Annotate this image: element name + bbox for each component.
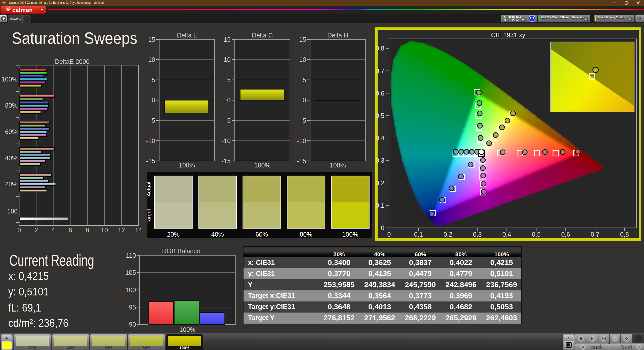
svg-text:10: 10 (224, 56, 231, 63)
svg-text:0,5: 0,5 (532, 231, 541, 238)
svg-text:90: 90 (129, 321, 136, 328)
svg-text:100%: 100% (2, 76, 18, 83)
svg-text:-10: -10 (222, 137, 231, 144)
svg-text:0,7: 0,7 (591, 231, 599, 238)
svg-text:Delta C: Delta C (252, 32, 273, 39)
svg-text:0,3: 0,3 (473, 231, 482, 238)
svg-text:95: 95 (129, 304, 136, 311)
svg-text:60%: 60% (256, 231, 268, 238)
svg-text:0,1: 0,1 (414, 231, 423, 238)
svg-text:-15: -15 (146, 157, 155, 164)
svg-text:14: 14 (135, 227, 142, 234)
svg-text:0: 0 (303, 97, 306, 104)
svg-text:0,2: 0,2 (444, 231, 452, 238)
svg-text:-15: -15 (297, 157, 306, 164)
svg-text:80%: 80% (5, 102, 18, 109)
svg-text:40%: 40% (5, 154, 18, 161)
svg-text:0,6: 0,6 (376, 90, 384, 97)
svg-text:60%: 60% (5, 128, 18, 135)
svg-text:110: 110 (126, 252, 136, 259)
svg-text:0: 0 (227, 97, 231, 104)
svg-text:10: 10 (299, 56, 306, 63)
svg-text:15: 15 (224, 36, 231, 43)
svg-text:100%: 100% (179, 162, 195, 169)
svg-text:15: 15 (299, 36, 306, 43)
svg-text:6: 6 (69, 227, 72, 234)
svg-text:12: 12 (118, 227, 125, 234)
svg-text:100%: 100% (342, 231, 358, 238)
svg-text:100: 100 (7, 208, 18, 215)
svg-text:20%: 20% (5, 181, 18, 188)
svg-text:Target: Target (146, 209, 151, 224)
svg-text:10: 10 (101, 227, 108, 234)
svg-text:-10: -10 (297, 137, 306, 144)
svg-text:10: 10 (148, 56, 155, 63)
svg-text:0,2: 0,2 (376, 180, 384, 187)
svg-text:100%: 100% (179, 326, 195, 333)
svg-text:0,8: 0,8 (620, 231, 629, 238)
svg-text:0,8: 0,8 (376, 45, 384, 52)
svg-text:Delta H: Delta H (327, 32, 348, 39)
svg-text:5: 5 (227, 76, 231, 83)
svg-text:5: 5 (152, 76, 155, 83)
svg-text:2: 2 (34, 227, 38, 234)
svg-text:DeltaE 2000: DeltaE 2000 (55, 58, 90, 65)
svg-text:4: 4 (52, 227, 55, 234)
svg-text:8: 8 (86, 227, 89, 234)
svg-text:5: 5 (303, 76, 306, 83)
svg-text:-5: -5 (301, 117, 306, 124)
svg-text:-5: -5 (150, 117, 155, 124)
svg-text:RGB Balance: RGB Balance (162, 247, 200, 254)
svg-text:20%: 20% (167, 231, 180, 238)
svg-text:0,4: 0,4 (502, 231, 511, 238)
svg-text:100%: 100% (254, 162, 270, 169)
svg-text:Actual: Actual (146, 182, 151, 196)
svg-text:100: 100 (126, 286, 136, 293)
svg-text:0: 0 (387, 231, 391, 238)
svg-text:0,1: 0,1 (376, 202, 384, 209)
svg-text:15: 15 (148, 36, 155, 43)
svg-text:-5: -5 (225, 117, 231, 124)
svg-text:-10: -10 (146, 137, 155, 144)
svg-text:0: 0 (17, 227, 21, 234)
svg-text:CIE 1931 xy: CIE 1931 xy (491, 31, 526, 38)
svg-text:40%: 40% (211, 231, 224, 238)
svg-text:0,5: 0,5 (376, 112, 384, 119)
svg-text:Delta L: Delta L (177, 32, 197, 39)
svg-text:0,7: 0,7 (376, 67, 384, 74)
svg-text:80%: 80% (300, 231, 312, 238)
svg-text:0: 0 (381, 224, 384, 231)
svg-text:100%: 100% (330, 162, 346, 169)
svg-text:0,4: 0,4 (376, 135, 384, 142)
svg-text:105: 105 (126, 269, 136, 276)
svg-text:0,6: 0,6 (561, 231, 570, 238)
svg-text:0,3: 0,3 (376, 157, 384, 164)
svg-text:0: 0 (152, 97, 155, 104)
svg-text:-15: -15 (222, 157, 231, 164)
